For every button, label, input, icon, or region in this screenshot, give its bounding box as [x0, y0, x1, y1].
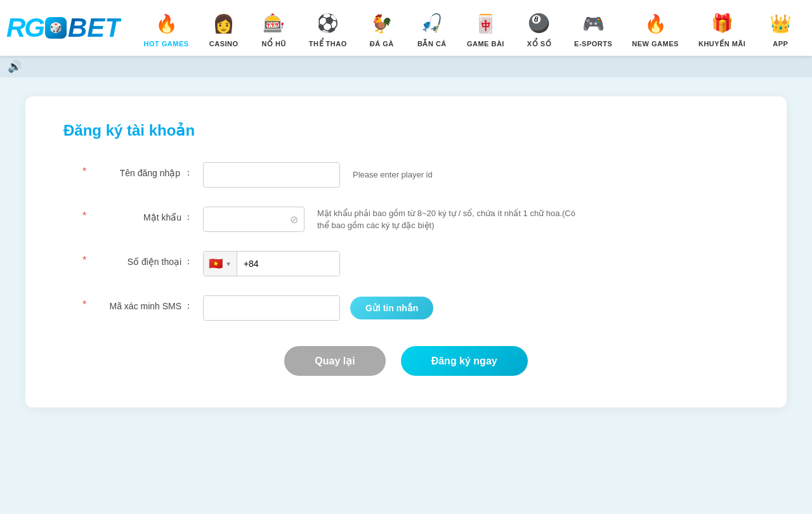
nav-label-xo-so: XỔ SỐ	[527, 40, 551, 48]
registration-form-container: Đăng ký tài khoản * Tên đăng nhập ： Plea…	[25, 96, 787, 408]
xo-so-icon: 🎱	[524, 8, 554, 39]
username-label: Tên đăng nhập	[120, 168, 180, 178]
phone-required-star: *	[82, 255, 86, 266]
nav-item-no-hu[interactable]: 🎰 NỔ HŨ	[255, 8, 293, 48]
password-field-wrap: ⊘	[203, 207, 304, 232]
main-content: Đăng ký tài khoản * Tên đăng nhập ： Plea…	[0, 77, 812, 427]
nav-label-hot-games: HOT GAMES	[144, 40, 189, 48]
nav-label-khuyen-mai: KHUYẾN MÃI	[698, 40, 745, 48]
nav-item-game-bai[interactable]: 🀄 GAME BÀI	[463, 8, 508, 48]
nav-item-xo-so[interactable]: 🎱 XỔ SỐ	[520, 8, 558, 48]
nav-label-new-games: NEW GAMES	[632, 40, 679, 48]
casino-icon: 👩	[209, 8, 239, 39]
username-label-wrap: * Tên đăng nhập ：	[63, 162, 203, 179]
nav-item-e-sports[interactable]: 🎮 E-SPORTS	[570, 8, 616, 48]
username-hint: Please enter player id	[353, 169, 433, 181]
nav-item-app[interactable]: 👑 APP	[761, 8, 799, 48]
password-label: Mật khẩu	[143, 212, 181, 222]
form-actions: Quay lại Đăng ký ngay	[63, 346, 749, 376]
sms-row: * Mã xác minh SMS ： Gửi tin nhắn	[63, 295, 749, 321]
sms-input-wrap: Gửi tin nhắn	[203, 295, 584, 321]
sms-required-star: *	[82, 299, 86, 311]
password-label-wrap: * Mật khẩu ：	[63, 207, 203, 223]
nav-item-the-thao[interactable]: ⚽ THỂ THAO	[305, 8, 351, 48]
nav-label-e-sports: E-SPORTS	[574, 40, 612, 48]
nav-item-ban-ca[interactable]: 🎣 BẮN CÁ	[413, 8, 451, 48]
nav-label-casino: CASINO	[209, 40, 239, 48]
password-required-star: *	[82, 210, 86, 222]
nav-label-ban-ca: BẮN CÁ	[417, 40, 447, 48]
back-button[interactable]: Quay lại	[284, 346, 385, 376]
header: RG 🎲 BET 🔥 HOT GAMES 👩 CASINO 🎰 NỔ HŨ ⚽ …	[0, 0, 812, 56]
nav-item-da-ga[interactable]: 🐓 ĐÁ GÀ	[363, 8, 401, 48]
logo-bet-text: BET	[68, 13, 121, 43]
phone-flag-selector[interactable]: 🇻🇳 ▼	[204, 252, 237, 276]
form-title: Đăng ký tài khoản	[63, 122, 749, 139]
sms-label: Mã xác minh SMS	[110, 301, 182, 311]
the-thao-icon: ⚽	[313, 8, 343, 39]
nav-item-new-games[interactable]: 🔥 NEW GAMES	[628, 8, 683, 48]
sound-icon[interactable]: 🔊	[8, 60, 22, 74]
sms-code-input[interactable]	[203, 295, 340, 321]
hot-games-icon: 🔥	[151, 8, 181, 39]
password-hint: Mật khẩu phải bao gồm từ 8~20 ký tự / số…	[317, 207, 584, 232]
sound-bar: 🔊	[0, 56, 812, 77]
username-input[interactable]	[203, 162, 340, 188]
main-nav: 🔥 HOT GAMES 👩 CASINO 🎰 NỔ HŨ ⚽ THỂ THAO …	[134, 8, 806, 48]
new-games-icon: 🔥	[640, 8, 671, 39]
nav-label-the-thao: THỂ THAO	[309, 40, 347, 48]
username-colon: ：	[181, 167, 193, 179]
vn-flag-icon: 🇻🇳	[209, 257, 223, 271]
nav-label-app: APP	[773, 40, 788, 48]
password-colon: ：	[181, 212, 193, 223]
e-sports-icon: 🎮	[578, 8, 608, 39]
username-row: * Tên đăng nhập ： Please enter player id	[63, 162, 749, 188]
nav-label-da-ga: ĐÁ GÀ	[370, 40, 394, 48]
phone-label: Số điện thoại	[128, 257, 181, 267]
logo-rg-text: RG	[6, 13, 44, 43]
username-required-star: *	[82, 166, 86, 177]
phone-input-wrap: 🇻🇳 ▼	[203, 251, 584, 276]
register-button[interactable]: Đăng ký ngay	[401, 346, 528, 376]
phone-colon: ：	[181, 256, 193, 267]
phone-field-wrap: 🇻🇳 ▼	[203, 251, 340, 276]
username-input-wrap: Please enter player id	[203, 162, 584, 188]
sms-colon: ：	[181, 300, 193, 312]
nav-item-casino[interactable]: 👩 CASINO	[205, 8, 243, 48]
phone-dropdown-chevron: ▼	[225, 260, 232, 267]
password-input-wrap: ⊘ Mật khẩu phải bao gồm từ 8~20 ký tự / …	[203, 207, 584, 232]
send-sms-button[interactable]: Gửi tin nhắn	[350, 297, 433, 319]
password-row: * Mật khẩu ： ⊘ Mật khẩu phải bao gồm từ …	[63, 207, 749, 232]
no-hu-icon: 🎰	[259, 8, 289, 39]
app-icon: 👑	[765, 8, 796, 39]
da-ga-icon: 🐓	[367, 8, 397, 39]
nav-item-hot-games[interactable]: 🔥 HOT GAMES	[140, 8, 193, 48]
phone-label-wrap: * Số điện thoại ：	[63, 251, 203, 267]
phone-input[interactable]	[237, 252, 340, 276]
phone-row: * Số điện thoại ： 🇻🇳 ▼	[63, 251, 749, 276]
logo[interactable]: RG 🎲 BET	[6, 13, 121, 43]
nav-item-khuyen-mai[interactable]: 🎁 KHUYẾN MÃI	[695, 8, 749, 48]
sms-label-wrap: * Mã xác minh SMS ：	[63, 295, 203, 312]
nav-label-game-bai: GAME BÀI	[467, 40, 504, 48]
sms-field-wrap: Gửi tin nhắn	[203, 295, 433, 321]
khuyen-mai-icon: 🎁	[707, 8, 737, 39]
ban-ca-icon: 🎣	[417, 8, 447, 39]
password-input[interactable]	[203, 207, 304, 232]
logo-dice-icon: 🎲	[45, 17, 67, 39]
nav-label-no-hu: NỔ HŨ	[262, 40, 286, 48]
toggle-password-icon[interactable]: ⊘	[290, 214, 298, 226]
game-bai-icon: 🀄	[470, 8, 501, 39]
